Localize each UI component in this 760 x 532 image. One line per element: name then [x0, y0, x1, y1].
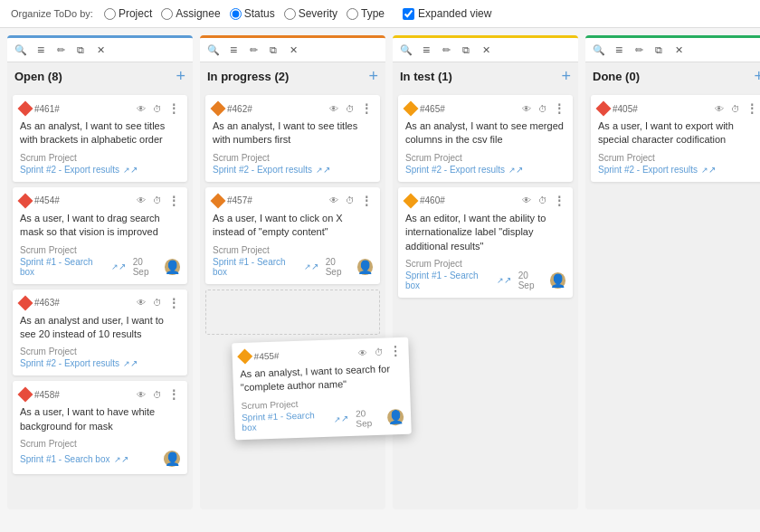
- radio-project[interactable]: Project: [104, 7, 152, 20]
- floating-card-455: #455# As an analyst, I want to search fo…: [232, 337, 412, 441]
- search-icon-progress[interactable]: 🔍: [205, 42, 222, 58]
- board: 🔍 ≡ ✏ ⧉ ✕ Open (8) + #461#: [0, 28, 760, 517]
- card-463: #463# As an analyst and user, I want to …: [13, 290, 187, 376]
- radio-type[interactable]: Type: [347, 7, 385, 20]
- link-icon-463[interactable]: ↗: [123, 358, 138, 368]
- clock-icon-460[interactable]: [537, 195, 549, 207]
- card-project-457: Scrum Project: [213, 245, 373, 255]
- link-icon-405[interactable]: ↗: [701, 165, 716, 175]
- eye-icon-460[interactable]: [520, 195, 533, 207]
- eye-icon-float[interactable]: [356, 346, 368, 358]
- link-icon-461[interactable]: ↗: [123, 165, 138, 175]
- search-icon-open[interactable]: 🔍: [13, 42, 29, 58]
- eye-icon-461[interactable]: [135, 102, 147, 115]
- date-454: 20 Sep: [133, 257, 161, 277]
- card-project-454: Scrum Project: [20, 245, 180, 255]
- dots-icon-461[interactable]: [167, 102, 180, 115]
- eye-icon-454[interactable]: [135, 195, 147, 207]
- card-sprint-460: Sprint #1 - Search box: [405, 271, 493, 290]
- clock-icon-462[interactable]: [344, 102, 356, 115]
- column-header-test: In test (1) +: [393, 62, 578, 90]
- link-icon-float[interactable]: ↗: [334, 413, 348, 424]
- link-icon-458[interactable]: ↗: [114, 454, 128, 464]
- dots-icon-458[interactable]: [167, 388, 180, 401]
- add-button-progress[interactable]: +: [368, 68, 378, 84]
- clock-icon-465[interactable]: [537, 102, 549, 115]
- close-icon-test[interactable]: ✕: [478, 42, 494, 58]
- list-icon-open[interactable]: ≡: [33, 42, 49, 58]
- clock-icon-458[interactable]: [151, 388, 164, 401]
- date-457: 20 Sep: [326, 257, 354, 277]
- clock-icon-457[interactable]: [344, 195, 356, 207]
- card-sprint-465: Sprint #2 - Export results: [405, 165, 505, 175]
- radio-status[interactable]: Status: [230, 7, 275, 20]
- column-title-open: Open (8): [14, 70, 176, 83]
- link-icon-457[interactable]: ↗: [304, 261, 318, 271]
- clock-icon-454[interactable]: [151, 195, 164, 207]
- clock-icon-461[interactable]: [151, 102, 164, 115]
- dots-icon-462[interactable]: [360, 102, 373, 115]
- date-float: 20 Sep: [356, 407, 385, 428]
- cards-area-done: #405# As a user, I want to export with s…: [585, 90, 760, 509]
- pencil-icon-open[interactable]: ✏: [52, 42, 69, 58]
- card-id-463: #463#: [34, 298, 131, 308]
- organize-label: Organize ToDo by:: [11, 8, 93, 19]
- search-icon-done[interactable]: 🔍: [591, 42, 607, 58]
- card-project-461: Scrum Project: [20, 153, 180, 163]
- link-icon-454[interactable]: ↗: [111, 261, 126, 271]
- eye-icon-457[interactable]: [328, 195, 340, 207]
- search-icon-test[interactable]: 🔍: [398, 42, 414, 58]
- dots-icon-460[interactable]: [553, 195, 565, 207]
- eye-icon-458[interactable]: [135, 388, 147, 401]
- radio-assignee[interactable]: Assignee: [161, 7, 220, 20]
- column-open: 🔍 ≡ ✏ ⧉ ✕ Open (8) + #461#: [7, 35, 193, 509]
- clock-icon-463[interactable]: [151, 297, 164, 309]
- clock-icon-float[interactable]: [372, 346, 385, 358]
- eye-icon-463[interactable]: [135, 297, 147, 309]
- date-460: 20 Sep: [518, 271, 546, 290]
- dots-icon-465[interactable]: [553, 102, 565, 115]
- cards-area-open: #461# As an analyst, I want to see title…: [7, 90, 193, 509]
- dots-icon-457[interactable]: [360, 195, 373, 207]
- list-icon-progress[interactable]: ≡: [225, 42, 242, 58]
- expanded-view-toggle[interactable]: Expanded view: [403, 7, 491, 20]
- list-icon-test[interactable]: ≡: [418, 42, 434, 58]
- close-icon-open[interactable]: ✕: [92, 42, 109, 58]
- card-desc-405: As a user, I want to export with special…: [598, 119, 758, 147]
- card-id-458: #458#: [34, 390, 131, 400]
- copy-icon-progress[interactable]: ⧉: [265, 42, 281, 58]
- column-title-done: Done (0): [593, 70, 754, 83]
- dots-icon-463[interactable]: [167, 297, 180, 309]
- card-desc-462: As an analyst, I want to see titles with…: [213, 119, 373, 147]
- card-desc-458: As a user, I want to have white backgrou…: [20, 405, 180, 433]
- radio-severity[interactable]: Severity: [284, 7, 337, 20]
- link-icon-462[interactable]: ↗: [316, 165, 330, 175]
- add-button-test[interactable]: +: [561, 68, 571, 84]
- clock-icon-405[interactable]: [729, 102, 742, 115]
- dots-icon-454[interactable]: [167, 195, 180, 207]
- avatar-454: 👤: [165, 259, 181, 275]
- column-header-progress: In progress (2) +: [200, 62, 385, 90]
- add-button-done[interactable]: +: [754, 68, 760, 84]
- link-icon-465[interactable]: ↗: [508, 165, 523, 175]
- card-id-457: #457#: [227, 195, 324, 205]
- eye-icon-465[interactable]: [520, 102, 533, 115]
- eye-icon-405[interactable]: [713, 102, 726, 115]
- close-icon-done[interactable]: ✕: [670, 42, 687, 58]
- dots-icon-405[interactable]: [746, 102, 758, 115]
- card-id-454: #454#: [34, 195, 131, 205]
- link-icon-460[interactable]: ↗: [497, 275, 511, 285]
- copy-icon-test[interactable]: ⧉: [458, 42, 474, 58]
- pencil-icon-progress[interactable]: ✏: [245, 42, 261, 58]
- pencil-icon-test[interactable]: ✏: [438, 42, 454, 58]
- eye-icon-462[interactable]: [328, 102, 340, 115]
- column-done: 🔍 ≡ ✏ ⧉ ✕ Done (0) + #405#: [585, 35, 760, 509]
- close-icon-progress[interactable]: ✕: [285, 42, 301, 58]
- copy-icon-done[interactable]: ⧉: [651, 42, 667, 58]
- dots-icon-float[interactable]: [388, 345, 401, 357]
- pencil-icon-done[interactable]: ✏: [631, 42, 647, 58]
- list-icon-done[interactable]: ≡: [611, 42, 627, 58]
- add-button-open[interactable]: +: [176, 68, 185, 84]
- copy-icon-open[interactable]: ⧉: [72, 42, 89, 58]
- cards-area-progress: #462# As an analyst, I want to see title…: [200, 90, 385, 509]
